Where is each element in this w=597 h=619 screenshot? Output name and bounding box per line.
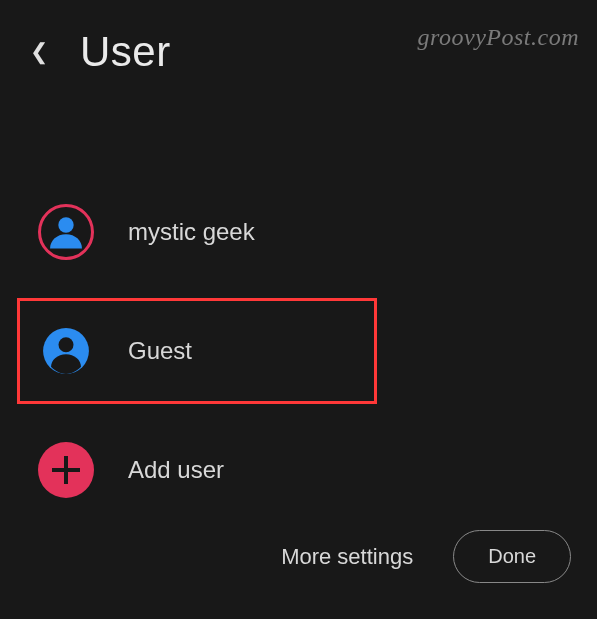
user-list: mystic geek Guest Add user — [0, 186, 597, 516]
user-row-mystic-geek[interactable]: mystic geek — [20, 186, 577, 278]
add-user-avatar — [38, 442, 94, 498]
person-icon — [44, 210, 88, 254]
avatar-guest — [38, 323, 94, 379]
person-icon — [41, 326, 91, 376]
done-button[interactable]: Done — [453, 530, 571, 583]
avatar-selected — [38, 204, 94, 260]
user-label: Add user — [128, 456, 224, 484]
svg-point-0 — [58, 217, 73, 232]
user-label: Guest — [128, 337, 192, 365]
back-icon[interactable]: ❮ — [30, 41, 48, 63]
user-row-add[interactable]: Add user — [20, 424, 577, 516]
more-settings-button[interactable]: More settings — [281, 544, 413, 570]
page-title: User — [80, 28, 171, 76]
footer-actions: More settings Done — [281, 530, 571, 583]
svg-point-2 — [59, 337, 74, 352]
user-label: mystic geek — [128, 218, 255, 246]
user-row-guest[interactable]: Guest — [17, 298, 377, 404]
watermark-text: groovyPost.com — [418, 24, 579, 51]
plus-icon — [52, 456, 80, 484]
